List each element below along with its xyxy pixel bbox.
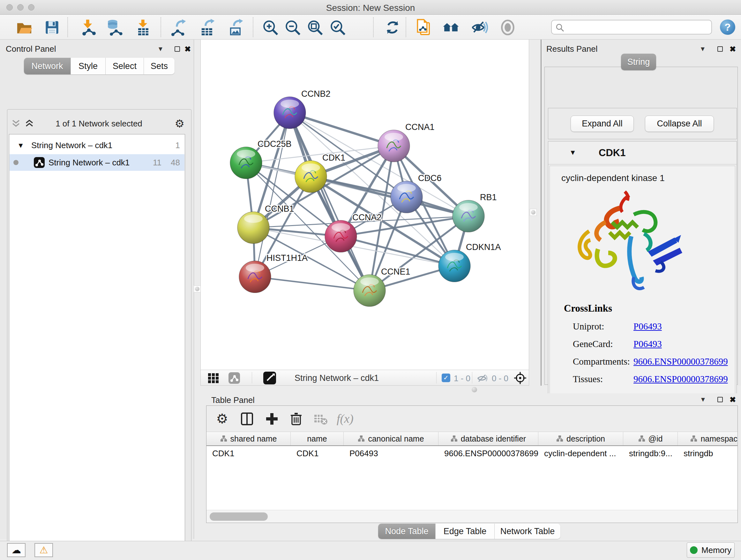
tab-network-table[interactable]: Network Table (495, 523, 560, 539)
network-graph[interactable]: CCNB2CCNA1CDC25BCDK1CDC6RB1CCNB1CCNA2CDK… (201, 40, 529, 370)
grid-view-icon[interactable] (208, 373, 219, 383)
close-panel-icon[interactable]: ✖ (185, 45, 191, 53)
import-table-icon[interactable] (135, 19, 152, 36)
network-node-CCNB1[interactable]: CCNB1 (238, 204, 294, 244)
network-row[interactable]: String Network – cdk1 11 48 (10, 154, 185, 171)
column-header-name[interactable]: name (291, 432, 344, 445)
collapse-panel-icon[interactable]: ▼ (699, 45, 706, 53)
open-session-icon[interactable] (16, 19, 33, 36)
node-entry-header[interactable]: ▼ CDK1 (548, 141, 737, 165)
table-horizontal-scrollbar[interactable] (206, 510, 738, 523)
zoom-out-icon[interactable] (284, 19, 301, 36)
export-table-icon[interactable] (199, 19, 216, 36)
new-network-from-selection-icon[interactable] (415, 19, 432, 36)
network-node-CDK1[interactable]: CDK1 (295, 153, 345, 192)
delete-column-icon[interactable] (289, 412, 304, 426)
tab-string-results[interactable]: String (621, 54, 656, 70)
node-entry-body: cyclin-dependent kinase 1 (549, 166, 735, 410)
protein-structure-image (567, 186, 698, 301)
network-edge-count: 48 (171, 158, 180, 168)
selected-checkbox-icon[interactable]: ✓ (442, 374, 450, 382)
float-panel-icon[interactable] (718, 397, 723, 402)
network-node-RB1[interactable]: RB1 (453, 192, 497, 232)
crosslink-genecard-link[interactable]: P06493 (633, 339, 662, 349)
crosslink-compartments-link[interactable]: 9606.ENSP00000378699 (633, 356, 728, 367)
save-session-icon[interactable] (44, 19, 61, 36)
fit-selected-crosshair-icon[interactable] (514, 371, 527, 385)
import-network-from-database-icon[interactable] (106, 19, 123, 36)
column-header-id[interactable]: @id (623, 432, 678, 445)
help-icon[interactable]: ? (720, 19, 735, 35)
collapse-all-button[interactable]: Collapse All (645, 116, 714, 132)
node-label-RB1: RB1 (480, 192, 497, 202)
first-neighbors-icon[interactable] (442, 19, 460, 36)
warning-icon[interactable]: ⚠ (35, 543, 53, 557)
table-settings-gear-icon[interactable]: ⚙ (215, 412, 229, 426)
crosslink-tissues-link[interactable]: 9606.ENSP00000378699 (633, 374, 728, 384)
close-panel-icon[interactable]: ✖ (730, 396, 736, 403)
float-panel-icon[interactable] (718, 46, 723, 52)
memory-status-dot (690, 546, 697, 554)
column-header-shared-name[interactable]: shared name (206, 432, 291, 445)
crosslink-label: GeneCard: (573, 339, 613, 349)
network-node-CCNA1[interactable]: CCNA1 (378, 122, 434, 162)
network-node-count: 11 (153, 158, 161, 168)
create-column-icon[interactable] (265, 412, 279, 426)
left-splitter[interactable] (194, 40, 200, 386)
column-header-namespace[interactable]: namespace (678, 432, 738, 445)
tab-edge-table[interactable]: Edge Table (435, 523, 495, 539)
show-all-icon[interactable] (499, 19, 516, 36)
node-label-CDK1: CDK1 (322, 153, 345, 163)
network-view-toolbar: String Network – cdk1 ✓ 1 - 0 0 - 0 (200, 370, 529, 386)
left-splitter-handle[interactable] (194, 286, 201, 293)
column-header-description[interactable]: description (538, 432, 623, 445)
share-view-icon[interactable] (228, 372, 240, 384)
collection-label: String Network – cdk1 (31, 140, 112, 150)
column-header-canonical-name[interactable]: canonical name (344, 432, 439, 445)
hide-selected-icon[interactable] (471, 19, 488, 36)
crosslinks-title: CrossLinks (564, 303, 612, 314)
export-network-icon[interactable] (170, 19, 187, 36)
network-canvas[interactable]: CCNB2CCNA1CDC25BCDK1CDC6RB1CCNB1CCNA2CDK… (200, 40, 529, 370)
delete-table-icon[interactable] (313, 412, 328, 426)
collection-expand-icon[interactable]: ▼ (17, 141, 24, 150)
close-panel-icon[interactable]: ✖ (730, 45, 736, 53)
scrollbar-thumb[interactable] (210, 512, 268, 521)
horizontal-splitter-handle[interactable] (472, 387, 477, 392)
entry-collapse-icon[interactable]: ▼ (569, 148, 576, 157)
zoom-selected-icon[interactable] (329, 19, 346, 36)
right-splitter-handle[interactable] (530, 209, 537, 216)
control-panel-title: Control Panel (6, 44, 56, 54)
collapse-panel-icon[interactable]: ▼ (700, 396, 706, 403)
import-network-icon[interactable] (79, 19, 97, 36)
zoom-fit-icon[interactable] (307, 19, 324, 36)
network-column-icon (638, 435, 645, 442)
network-node-HIST1H1A[interactable]: HIST1H1A (239, 253, 308, 293)
cloud-icon[interactable]: ☁ (7, 543, 25, 557)
node-label-CCNE1: CCNE1 (381, 267, 410, 276)
search-input[interactable] (551, 20, 712, 35)
network-node-CDKN1A[interactable]: CDKN1A (439, 242, 501, 282)
toolbar-separator (160, 17, 161, 37)
zoom-in-icon[interactable] (262, 19, 279, 36)
function-builder-icon[interactable]: f(x) (337, 412, 365, 426)
network-options-gear-icon[interactable]: ⚙ (175, 118, 185, 129)
birdseye-view-icon[interactable] (263, 372, 276, 384)
table-row[interactable]: CDK1 CDK1 P06493 9606.ENSP00000378699 cy… (206, 447, 738, 461)
memory-button[interactable]: Memory (687, 543, 735, 558)
expand-all-button[interactable]: Expand All (570, 116, 634, 132)
tab-select[interactable]: Select (106, 58, 144, 74)
network-column-icon (358, 435, 365, 442)
tab-style[interactable]: Style (71, 58, 106, 74)
tab-node-table[interactable]: Node Table (378, 523, 435, 539)
tab-network[interactable]: Network (24, 58, 71, 74)
network-collection-row[interactable]: ▼ String Network – cdk1 1 (10, 137, 185, 153)
collapse-panel-icon[interactable]: ▼ (157, 45, 164, 53)
column-header-database-identifier[interactable]: database identifier (439, 432, 538, 445)
tab-sets[interactable]: Sets (144, 58, 175, 74)
show-columns-icon[interactable] (240, 412, 254, 426)
float-panel-icon[interactable] (175, 46, 180, 52)
crosslink-uniprot-link[interactable]: P06493 (633, 321, 662, 332)
apply-layout-icon[interactable] (384, 19, 401, 36)
export-image-icon[interactable] (227, 19, 244, 36)
